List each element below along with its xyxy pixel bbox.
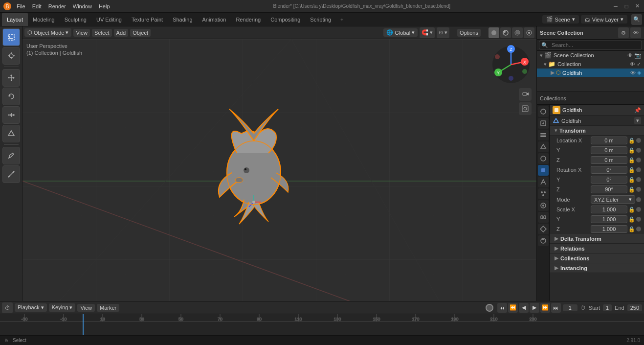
blender-logo-icon[interactable]: B bbox=[2, 1, 13, 12]
maximize-btn[interactable]: □ bbox=[622, 1, 631, 11]
viewport-shading-material[interactable] bbox=[500, 27, 511, 38]
location-z-keyframe[interactable] bbox=[636, 158, 641, 162]
object-menu-btn[interactable]: Object bbox=[130, 29, 151, 37]
location-y-lock[interactable]: 🔒 bbox=[628, 147, 635, 154]
rotation-z-value[interactable]: 90° bbox=[591, 185, 627, 193]
props-tab-modifiers[interactable] bbox=[538, 177, 549, 187]
jump-start-btn[interactable]: ⏮ bbox=[497, 303, 507, 313]
scale-y-keyframe[interactable] bbox=[636, 217, 641, 222]
keying-menu[interactable]: Keying ▾ bbox=[49, 303, 76, 312]
collections-prop-header[interactable]: ▶ Collections bbox=[550, 253, 644, 263]
options-btn[interactable]: Options bbox=[457, 29, 481, 37]
view-camera-btn[interactable] bbox=[519, 102, 532, 115]
tab-modeling[interactable]: Modeling bbox=[28, 13, 60, 26]
close-btn[interactable]: ✕ bbox=[632, 1, 642, 11]
play-reverse-btn[interactable]: ◀ bbox=[519, 303, 529, 313]
step-forward-btn[interactable]: ⏩ bbox=[540, 303, 550, 313]
tab-add[interactable]: + bbox=[337, 15, 347, 24]
tab-uv-editing[interactable]: UV Editing bbox=[91, 13, 127, 26]
scale-z-value[interactable]: 1.000 bbox=[591, 225, 627, 233]
rotation-y-keyframe[interactable] bbox=[636, 177, 641, 182]
snap-btn[interactable]: 🧲 ▾ bbox=[420, 27, 435, 38]
scene-selector[interactable]: 🎬 Scene ▾ bbox=[542, 15, 579, 23]
collection-visibility-icon[interactable]: 👁 bbox=[630, 61, 635, 67]
add-menu-btn[interactable]: Add bbox=[114, 29, 129, 37]
measure-tool[interactable] bbox=[2, 165, 20, 183]
minimize-btn[interactable]: ─ bbox=[611, 1, 621, 11]
step-back-btn[interactable]: ⏪ bbox=[508, 303, 518, 313]
props-tab-render[interactable] bbox=[538, 106, 549, 117]
rotation-z-lock[interactable]: 🔒 bbox=[628, 186, 635, 193]
tab-scripting[interactable]: Scripting bbox=[305, 13, 336, 26]
location-z-value[interactable]: 0 m bbox=[591, 156, 627, 164]
tab-texture-paint[interactable]: Texture Paint bbox=[127, 13, 168, 26]
render-visibility-icon[interactable]: 📷 bbox=[634, 52, 641, 59]
annotate-tool[interactable] bbox=[2, 147, 20, 164]
transform-tool[interactable] bbox=[2, 125, 20, 142]
goldfish-object[interactable] bbox=[200, 94, 308, 232]
props-tab-object[interactable] bbox=[538, 165, 549, 176]
location-y-keyframe[interactable] bbox=[636, 148, 641, 153]
tab-layout[interactable]: Layout bbox=[2, 13, 28, 26]
search-icon[interactable]: 🔍 bbox=[631, 14, 642, 25]
scale-x-lock[interactable]: 🔒 bbox=[628, 206, 635, 213]
location-y-value[interactable]: 0 m bbox=[591, 146, 627, 154]
collection-row[interactable]: ▾ 📁 Collection 👁 ✓ bbox=[537, 60, 644, 69]
viewport-shading-solid[interactable] bbox=[489, 27, 499, 38]
view-menu-timeline[interactable]: View bbox=[77, 304, 95, 312]
filter-icon[interactable]: ⚙ bbox=[618, 27, 629, 38]
view-layer-selector[interactable]: 🗂 View Layer ▾ bbox=[581, 15, 627, 23]
menu-render[interactable]: Render bbox=[45, 2, 69, 10]
rotation-mode-keyframe[interactable] bbox=[636, 197, 641, 202]
location-x-keyframe[interactable] bbox=[636, 138, 641, 143]
rotation-y-lock[interactable]: 🔒 bbox=[628, 176, 635, 183]
outliner-search-input[interactable] bbox=[550, 42, 640, 48]
props-tab-material[interactable] bbox=[538, 235, 549, 246]
rotation-x-keyframe[interactable] bbox=[636, 167, 641, 172]
props-tab-output[interactable] bbox=[538, 118, 549, 129]
tab-shading[interactable]: Shading bbox=[168, 13, 197, 26]
end-frame-field[interactable]: 250 bbox=[627, 304, 642, 311]
camera-to-view-btn[interactable] bbox=[519, 88, 532, 101]
props-tab-scene[interactable] bbox=[538, 141, 549, 152]
props-tab-data[interactable] bbox=[538, 224, 549, 234]
relations-header[interactable]: ▶ Relations bbox=[550, 244, 644, 253]
viewport-mode-selector[interactable]: ⬡ Object Mode ▾ bbox=[24, 28, 71, 37]
play-btn[interactable]: ▶ bbox=[530, 303, 539, 313]
scene-visibility-icon[interactable]: 👁 bbox=[627, 52, 633, 58]
location-z-lock[interactable]: 🔒 bbox=[628, 157, 635, 163]
view-menu-btn[interactable]: View bbox=[73, 29, 90, 37]
goldfish-select-icon[interactable]: ◈ bbox=[637, 69, 641, 76]
viewport-shading-rendered[interactable] bbox=[512, 27, 523, 38]
props-tab-constraints[interactable] bbox=[538, 212, 549, 223]
data-selector-btn[interactable]: ▾ bbox=[634, 117, 641, 124]
tab-sculpting[interactable]: Sculpting bbox=[60, 13, 91, 26]
tab-animation[interactable]: Animation bbox=[198, 13, 231, 26]
rotate-tool[interactable] bbox=[2, 88, 20, 105]
marker-menu[interactable]: Marker bbox=[97, 304, 119, 312]
timeline-ruler-area[interactable]: -30 -10 10 30 50 70 90 110 130 150 170 1… bbox=[0, 314, 644, 335]
menu-file[interactable]: File bbox=[14, 2, 28, 10]
collection-check-icon[interactable]: ✓ bbox=[637, 61, 641, 68]
menu-edit[interactable]: Edit bbox=[29, 2, 44, 10]
transform-section-header[interactable]: ▾ Transform bbox=[550, 126, 644, 136]
scale-x-keyframe[interactable] bbox=[636, 207, 641, 212]
viewport-gizmo[interactable]: Z X Y bbox=[489, 43, 533, 86]
rotation-x-value[interactable]: 0° bbox=[591, 166, 627, 174]
rotation-z-keyframe[interactable] bbox=[636, 187, 641, 192]
rotation-y-value[interactable]: 0° bbox=[591, 176, 627, 184]
props-tab-world[interactable] bbox=[538, 153, 549, 164]
select-menu-btn[interactable]: Select bbox=[92, 29, 112, 37]
location-x-value[interactable]: 0 m bbox=[591, 137, 627, 144]
scale-z-keyframe[interactable] bbox=[636, 227, 641, 231]
tab-rendering[interactable]: Rendering bbox=[231, 13, 266, 26]
menu-help[interactable]: Help bbox=[96, 2, 113, 10]
proportional-edit-btn[interactable]: ⊙ ▾ bbox=[437, 27, 449, 38]
transform-selector[interactable]: 🌐 Global ▾ bbox=[383, 28, 418, 37]
timeline-editor-icon[interactable]: ⏱ bbox=[2, 302, 13, 313]
eye-visibility-icon[interactable]: 👁 bbox=[630, 27, 641, 38]
cursor-tool[interactable] bbox=[2, 47, 20, 65]
rotation-x-lock[interactable]: 🔒 bbox=[628, 166, 635, 173]
viewport-overlay-btn[interactable] bbox=[524, 27, 534, 38]
playback-menu[interactable]: Playback ▾ bbox=[15, 303, 47, 312]
